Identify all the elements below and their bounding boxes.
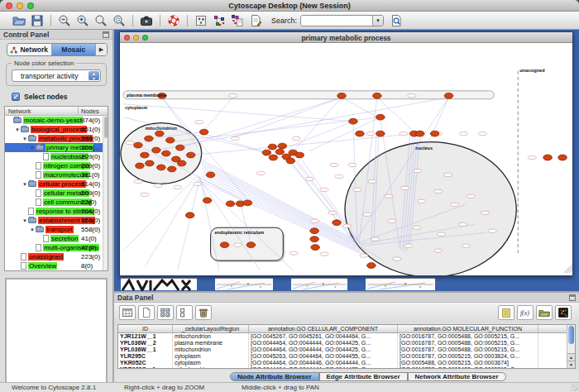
matrix-icon[interactable]: [555, 305, 572, 320]
unselect-all-attributes-icon[interactable]: [176, 305, 193, 320]
scroll-up-icon[interactable]: ▲: [567, 353, 575, 361]
network-node[interactable]: [203, 198, 212, 203]
snapshot-icon[interactable]: [138, 13, 155, 28]
network-node[interactable]: [141, 152, 150, 158]
delete-attribute-icon[interactable]: [195, 305, 212, 320]
tree-row[interactable]: unassigned223(0): [5, 252, 108, 261]
notepad-icon[interactable]: [498, 305, 514, 320]
network-node[interactable]: [199, 129, 208, 135]
birdseye-view-panel[interactable]: [5, 278, 108, 392]
network-node[interactable]: [136, 163, 145, 169]
tab-overflow-icon[interactable]: ▶: [96, 44, 107, 55]
help-icon[interactable]: [165, 13, 182, 28]
table-column-header[interactable]: _cellularLayoutRegion: [173, 325, 249, 332]
table-scrollbar[interactable]: ▲ ▼: [567, 325, 575, 368]
network-node[interactable]: [134, 142, 143, 148]
network-node[interactable]: [430, 131, 439, 136]
node-color-dropdown[interactable]: transporter activity ▲▼: [12, 69, 101, 82]
network-node[interactable]: [278, 143, 287, 149]
select-all-attributes-icon[interactable]: [157, 305, 174, 320]
background-window-preview[interactable]: [215, 278, 273, 290]
filter-icon[interactable]: [229, 13, 246, 28]
advanced-search-icon[interactable]: [388, 13, 404, 28]
tree-row[interactable]: secretion41(0): [5, 234, 108, 243]
background-window-strip[interactable]: [114, 277, 579, 291]
network-node[interactable]: [310, 237, 319, 242]
network-node[interactable]: [376, 131, 385, 136]
network-node[interactable]: [226, 201, 235, 207]
table-row[interactable]: YDR039C__1mitochondrion[GO:0044464, GO:0…: [118, 366, 575, 369]
table-row[interactable]: YJR121W__1mitochondrion[GO:0045267, GO:0…: [118, 333, 575, 340]
tree-row[interactable]: ▼metabolic process280(0): [5, 134, 108, 143]
vizmapper-icon[interactable]: [211, 13, 227, 28]
table-column-header[interactable]: annotation.GO MOLECULAR_FUNCTION: [398, 325, 538, 332]
tree-row[interactable]: nucleobase-209(0): [5, 152, 108, 161]
network-node[interactable]: [444, 93, 453, 98]
zoom-in-icon[interactable]: [74, 13, 91, 28]
network-node[interactable]: [275, 149, 285, 155]
network-node[interactable]: [206, 172, 215, 178]
resize-grip[interactable]: [571, 384, 578, 391]
network-node[interactable]: [243, 200, 252, 206]
tab-mosaic[interactable]: Mosaic: [52, 44, 97, 55]
network-node[interactable]: [269, 155, 278, 160]
network-node[interactable]: [152, 147, 161, 153]
tree-expander-icon[interactable]: ▼: [29, 227, 36, 232]
network-node[interactable]: [337, 93, 347, 98]
table-column-header[interactable]: annotation.GO CELLULAR_COMPONENT: [249, 325, 398, 332]
table-row[interactable]: YLR295Ccytoplasm[GO:0045263, GO:0044464,…: [118, 353, 575, 360]
save-icon[interactable]: [29, 13, 45, 28]
tree-row[interactable]: ▼primary metabo209(...: [5, 143, 108, 152]
tab-edge-attribute-browser[interactable]: Edge Attribute Browser: [319, 372, 408, 381]
edit-icon[interactable]: [247, 13, 264, 28]
scroll-down-icon[interactable]: ▼: [567, 361, 575, 368]
table-column-header[interactable]: ID: [118, 325, 173, 332]
zoom-selected-region-icon[interactable]: [93, 13, 109, 28]
search-input[interactable]: [301, 16, 372, 26]
tree-expander-icon[interactable]: ▼: [22, 182, 28, 187]
table-row[interactable]: YPL036W__1mitochondrion[GO:0044464, GO:0…: [118, 347, 575, 353]
table-row[interactable]: YKR052Ccytoplasm[GO:0044464, GO:0044446,…: [118, 360, 575, 366]
table-row[interactable]: YPL036W__2plasma membrane[GO:0044464, GO…: [118, 340, 575, 347]
tree-expander-icon[interactable]: ▼: [22, 218, 28, 223]
tree-row[interactable]: multi-organism pro42(0): [5, 243, 108, 252]
network-node[interactable]: [145, 136, 154, 141]
zoom-out-icon[interactable]: [56, 13, 73, 28]
tree-expander-icon[interactable]: ▼: [22, 136, 28, 141]
tree-row[interactable]: response to stimulu264(0): [5, 207, 108, 216]
network-node[interactable]: [376, 114, 385, 120]
network-node[interactable]: [356, 131, 365, 136]
tree-row[interactable]: ▼cellular process614(0): [5, 179, 108, 189]
network-node[interactable]: [246, 242, 256, 248]
network-node[interactable]: [286, 158, 295, 164]
tab-network[interactable]: Network: [7, 44, 52, 55]
network-canvas[interactable]: plasma membranecytoplasmmitochondrionnuc…: [120, 43, 572, 275]
tree-row[interactable]: ▼transport558(0): [5, 225, 108, 234]
function-builder-icon[interactable]: f(x): [517, 305, 534, 320]
network-node[interactable]: [333, 220, 342, 226]
tab-node-attribute-browser[interactable]: Node Attribute Browser: [230, 372, 319, 381]
zoom-fit-icon[interactable]: [111, 13, 127, 28]
network-node[interactable]: [268, 144, 277, 150]
import-attributes-icon[interactable]: [536, 305, 553, 320]
tree-row[interactable]: mosaic-demo-yeast874(0): [5, 116, 108, 125]
network-node[interactable]: [162, 151, 171, 156]
search-dropdown-icon[interactable]: ▾: [372, 16, 383, 26]
tree-row[interactable]: Overview8(0): [5, 261, 108, 270]
select-nodes-checkbox[interactable]: ✓: [12, 93, 20, 101]
network-node[interactable]: [295, 152, 304, 158]
network-window-titlebar[interactable]: primary metabolic process: [120, 32, 572, 43]
network-node[interactable]: [157, 165, 166, 170]
network-node[interactable]: [165, 137, 175, 143]
tree-row[interactable]: ▼biological_process651(0): [5, 125, 108, 134]
network-node[interactable]: [156, 131, 165, 136]
network-node[interactable]: [262, 150, 271, 155]
tree-row[interactable]: cell communicat22(0): [5, 198, 108, 207]
attribute-create-icon[interactable]: [138, 305, 155, 320]
network-node[interactable]: [186, 152, 195, 158]
network-node[interactable]: [415, 131, 424, 136]
network-node[interactable]: [367, 263, 376, 269]
network-node[interactable]: [220, 242, 229, 248]
annotation-icon[interactable]: [193, 13, 209, 28]
network-node[interactable]: [373, 93, 382, 98]
